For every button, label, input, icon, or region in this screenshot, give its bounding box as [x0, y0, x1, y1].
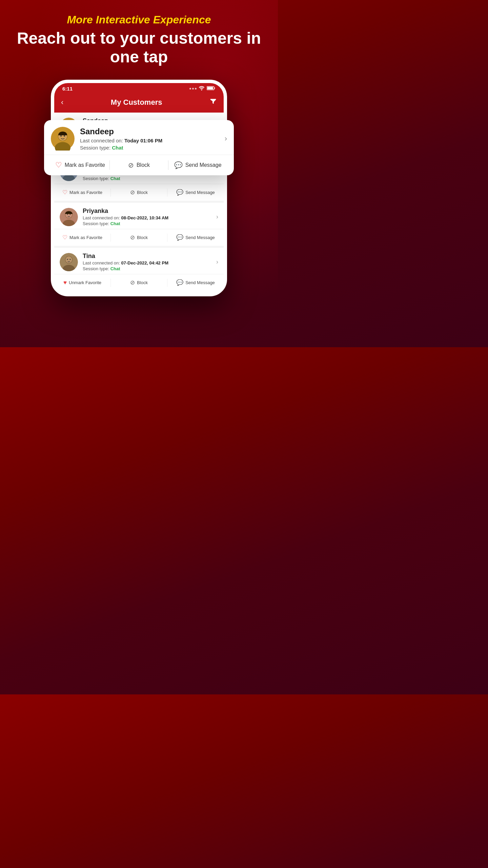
hero-title: Reach out to your customers in one tap	[7, 29, 271, 66]
battery-icon	[207, 86, 216, 92]
action-row: ♡ Mark as Favorite ⊘ Block 💬 Send Messag…	[54, 184, 224, 201]
block-label: Block	[137, 235, 148, 240]
send-message-button[interactable]: 💬 Send Message	[167, 278, 224, 288]
block-icon: ⊘	[130, 279, 135, 286]
favorite-button[interactable]: ♡ Mark as Favorite	[54, 233, 110, 242]
svg-point-26	[67, 259, 68, 260]
unmark-label: Unmark Favorite	[69, 280, 101, 285]
favorite-label: Mark as Favorite	[69, 190, 102, 195]
expanded-block-label: Block	[137, 162, 150, 168]
expanded-card-wrapper: Sandeep Last connected on: Today 01:06 P…	[41, 120, 237, 175]
expanded-meta-session: Session type: Chat	[80, 145, 219, 151]
phone-wrapper: 6:11	[7, 80, 271, 175]
customer-meta-session: Session type: Chat	[83, 176, 211, 181]
svg-rect-2	[207, 87, 213, 90]
svg-point-0	[201, 90, 202, 91]
svg-rect-3	[214, 87, 215, 89]
nav-title: My Customers	[111, 98, 162, 107]
chevron-right-icon: ›	[216, 258, 218, 265]
wifi-icon	[199, 86, 205, 92]
customer-row[interactable]: Tina Last connected on: 07-Dec-2022, 04:…	[54, 248, 224, 274]
expanded-card: Sandeep Last connected on: Today 01:06 P…	[44, 120, 234, 175]
expanded-block-icon: ⊘	[128, 161, 134, 169]
expanded-message-icon: 💬	[174, 161, 183, 169]
expanded-heart-icon: ♡	[55, 161, 62, 170]
heart-icon: ♡	[62, 189, 67, 196]
favorite-button[interactable]: ♡ Mark as Favorite	[54, 188, 110, 197]
message-icon: 💬	[176, 234, 183, 241]
expanded-send-message-button[interactable]: 💬 Send Message	[168, 161, 227, 169]
expanded-block-button[interactable]: ⊘ Block	[110, 161, 168, 169]
customer-meta-session: Session type: Chat	[83, 266, 211, 271]
expanded-customer-row[interactable]: Sandeep Last connected on: Today 01:06 P…	[51, 120, 227, 155]
customer-card-priyanka: Priyanka Last connected on: 08-Dec-2022,…	[54, 203, 224, 246]
avatar-tina	[60, 253, 78, 271]
block-button[interactable]: ⊘ Block	[111, 278, 167, 288]
expanded-meta-connected: Last connected on: Today 01:06 PM	[80, 138, 219, 143]
action-row-tina: ♥ Unmark Favorite ⊘ Block 💬 Send Message	[54, 274, 224, 291]
expanded-actions: ♡ Mark as Favorite ⊘ Block 💬 Send Messag…	[51, 155, 227, 175]
send-message-label: Send Message	[185, 190, 215, 195]
expanded-chevron-icon: ›	[225, 134, 227, 143]
heart-icon: ♡	[62, 234, 67, 241]
expanded-customer-info: Sandeep Last connected on: Today 01:06 P…	[80, 127, 219, 151]
svg-point-32	[60, 135, 62, 137]
send-message-label: Send Message	[185, 280, 215, 285]
avatar-priyanka	[60, 208, 78, 226]
expanded-send-message-label: Send Message	[185, 162, 222, 168]
top-nav: ‹ My Customers	[54, 94, 224, 113]
hero-subtitle: More Interactive Experience	[7, 14, 271, 26]
message-icon: 💬	[176, 189, 183, 196]
expanded-customer-name: Sandeep	[80, 127, 219, 136]
customer-name: Priyanka	[83, 208, 211, 215]
customer-meta-connected: Last connected on: 07-Dec-2022, 04:42 PM	[83, 260, 211, 265]
block-label: Block	[137, 190, 148, 195]
svg-point-27	[70, 259, 71, 260]
customer-info: Priyanka Last connected on: 08-Dec-2022,…	[83, 208, 211, 226]
action-row: ♡ Mark as Favorite ⊘ Block 💬 Send Messag…	[54, 229, 224, 246]
status-right	[189, 86, 216, 92]
phone-frame: 6:11	[51, 80, 227, 296]
filter-icon[interactable]	[209, 98, 217, 107]
customer-row[interactable]: Priyanka Last connected on: 08-Dec-2022,…	[54, 203, 224, 229]
svg-point-33	[64, 135, 65, 137]
signal-dots	[189, 88, 197, 90]
block-button[interactable]: ⊘ Block	[111, 233, 167, 242]
expanded-avatar-sandeep	[51, 127, 75, 151]
customer-meta-session: Session type: Chat	[83, 221, 211, 226]
favorite-label: Mark as Favorite	[69, 235, 102, 240]
send-message-button[interactable]: 💬 Send Message	[167, 233, 224, 242]
heart-filled-icon: ♥	[63, 279, 67, 286]
expanded-favorite-button[interactable]: ♡ Mark as Favorite	[51, 161, 109, 170]
expanded-favorite-label: Mark as Favorite	[65, 162, 105, 168]
status-bar: 6:11	[54, 83, 224, 94]
time-display: 6:11	[62, 86, 73, 92]
chevron-right-icon: ›	[216, 213, 218, 220]
block-button[interactable]: ⊘ Block	[111, 188, 167, 197]
message-icon: 💬	[176, 279, 183, 286]
unmark-favorite-button[interactable]: ♥ Unmark Favorite	[54, 278, 110, 288]
block-icon: ⊘	[130, 189, 135, 196]
block-label: Block	[137, 280, 148, 285]
customer-info: Tina Last connected on: 07-Dec-2022, 04:…	[83, 253, 211, 271]
back-button[interactable]: ‹	[61, 98, 63, 107]
hero-section: More Interactive Experience Reach out to…	[7, 14, 271, 66]
send-message-button[interactable]: 💬 Send Message	[167, 188, 224, 197]
customer-name: Tina	[83, 253, 211, 260]
send-message-label: Send Message	[185, 235, 215, 240]
block-icon: ⊘	[130, 234, 135, 241]
customer-meta-connected: Last connected on: 08-Dec-2022, 10:34 AM	[83, 215, 211, 220]
customer-card-tina: Tina Last connected on: 07-Dec-2022, 04:…	[54, 248, 224, 291]
